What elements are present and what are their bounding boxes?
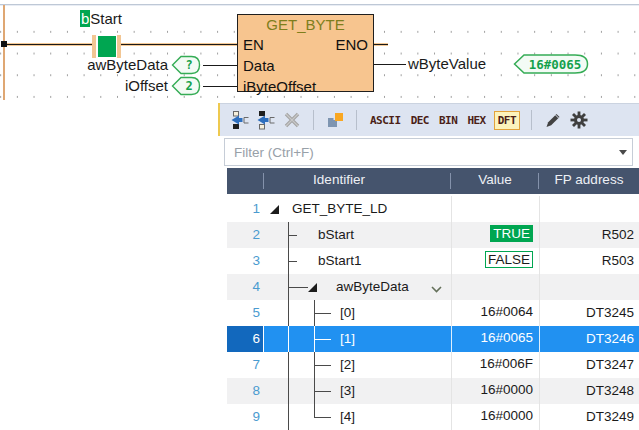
wire-data-input bbox=[203, 65, 237, 66]
monitor-value-wbytevalue: 16#0065 bbox=[529, 57, 582, 72]
value-cell: TRUE bbox=[451, 226, 533, 241]
delete-icon[interactable] bbox=[282, 110, 302, 130]
wire-eno-stub bbox=[374, 44, 388, 45]
contact-label-rest: Start bbox=[90, 10, 122, 27]
chevron-down-icon[interactable] bbox=[430, 282, 443, 297]
pin-ibyteoffset: iByteOffset bbox=[243, 78, 316, 95]
bool-true-badge: TRUE bbox=[490, 225, 533, 242]
table-row[interactable]: 7 [2] 16#006F DT3247 bbox=[227, 352, 639, 378]
expand-triangle-icon[interactable] bbox=[270, 205, 279, 214]
value-cell: 16#0064 bbox=[451, 304, 533, 319]
format-bin-button[interactable]: BIN bbox=[437, 113, 459, 128]
header-separator bbox=[263, 173, 264, 189]
contact-left-bar bbox=[92, 35, 96, 58]
watch-table: Identifier Value FP address 1 GET_BYTE_L… bbox=[227, 168, 639, 430]
row-number: 9 bbox=[227, 409, 260, 424]
wire-junction bbox=[1, 41, 7, 47]
write-icon[interactable] bbox=[543, 110, 563, 130]
table-row[interactable]: 1 GET_BYTE_LD bbox=[227, 196, 639, 222]
gridline bbox=[451, 248, 452, 274]
filter-dropdown-arrow[interactable] bbox=[619, 150, 627, 155]
identifier-cell: GET_BYTE_LD bbox=[292, 201, 387, 216]
table-row-selected[interactable]: 6 [1] 16#0065 DT3246 bbox=[227, 326, 639, 352]
insert-variable-alt-icon[interactable] bbox=[256, 110, 276, 130]
function-block-get-byte[interactable]: GET_BYTE EN ENO Data iByteOffset bbox=[237, 14, 374, 92]
row-number: 7 bbox=[227, 357, 260, 372]
tree-line bbox=[314, 365, 331, 366]
format-dft-button[interactable]: DFT bbox=[494, 111, 520, 130]
fp-address-cell: DT3249 bbox=[539, 409, 634, 424]
watch-window: ASCII DEC BIN HEX DFT bbox=[218, 103, 639, 430]
gridline bbox=[539, 196, 540, 222]
output-wbytevalue-label[interactable]: wByteValue bbox=[408, 55, 486, 72]
identifier-cell: bStart1 bbox=[318, 253, 362, 268]
gridline bbox=[539, 352, 540, 378]
value-cell: 16#0065 bbox=[451, 330, 533, 345]
table-row[interactable]: 4 awByteData bbox=[227, 274, 639, 300]
gridline bbox=[451, 274, 452, 300]
monitor-badge-wbytevalue[interactable]: 16#0065 bbox=[513, 52, 590, 76]
contact-variable-label[interactable]: bStart bbox=[80, 10, 122, 27]
tree-line bbox=[288, 352, 289, 378]
gridline bbox=[451, 352, 452, 378]
settings-gear-icon[interactable] bbox=[569, 110, 589, 130]
tree-line bbox=[314, 404, 315, 418]
gridline bbox=[451, 404, 452, 430]
wire-offset-input bbox=[203, 86, 237, 87]
expand-triangle-icon[interactable] bbox=[308, 283, 317, 292]
identifier-cell: [2] bbox=[340, 357, 355, 372]
row-number: 2 bbox=[227, 227, 260, 242]
gridline bbox=[539, 326, 540, 352]
pin-eno: ENO bbox=[335, 36, 368, 53]
monitor-badge-awbytedata[interactable]: ? bbox=[171, 54, 202, 76]
power-rail-left bbox=[3, 5, 5, 100]
format-ascii-button[interactable]: ASCII bbox=[368, 113, 403, 128]
tree-line bbox=[314, 313, 331, 314]
fp-address-cell: DT3246 bbox=[539, 331, 634, 346]
column-header-fp-address[interactable]: FP address bbox=[539, 172, 639, 187]
tree-line bbox=[288, 326, 289, 352]
gridline bbox=[451, 222, 452, 248]
row-number: 5 bbox=[227, 305, 260, 320]
row-number: 4 bbox=[227, 279, 260, 294]
gridline bbox=[451, 326, 452, 352]
identifier-cell: [3] bbox=[340, 383, 355, 398]
table-row[interactable]: 2 bStart TRUE R502 bbox=[227, 222, 639, 248]
network-top-border bbox=[0, 4, 639, 5]
identifier-cell: [4] bbox=[340, 409, 355, 424]
fp-address-cell: R503 bbox=[539, 253, 634, 268]
fp-address-cell: R502 bbox=[539, 227, 634, 242]
gridline bbox=[539, 222, 540, 248]
identifier-cell: awByteData bbox=[336, 279, 409, 294]
gridline bbox=[451, 378, 452, 404]
input-ioffset-label[interactable]: iOffset bbox=[40, 77, 168, 94]
tree-line bbox=[314, 417, 331, 418]
tree-line bbox=[288, 404, 289, 430]
gridline bbox=[539, 300, 540, 326]
tree-line bbox=[314, 391, 331, 392]
arrange-icon[interactable] bbox=[325, 110, 345, 130]
table-row[interactable]: 9 [4] 16#0000 DT3249 bbox=[227, 404, 639, 430]
input-awbytedata-label[interactable]: awByteData bbox=[40, 56, 168, 73]
toolbar-separator bbox=[356, 110, 357, 130]
table-row[interactable]: 8 [3] 16#0000 DT3248 bbox=[227, 378, 639, 404]
value-cell: 16#006F bbox=[451, 356, 533, 371]
format-dec-button[interactable]: DEC bbox=[409, 113, 431, 128]
column-header-identifier[interactable]: Identifier bbox=[227, 172, 451, 187]
table-row[interactable]: 3 bStart1 FALSE R503 bbox=[227, 248, 639, 274]
fp-address-cell: DT3245 bbox=[539, 305, 634, 320]
insert-variable-icon[interactable] bbox=[230, 110, 250, 130]
header-separator bbox=[450, 173, 451, 189]
monitor-badge-ioffset[interactable]: 2 bbox=[171, 75, 202, 97]
table-header: Identifier Value FP address bbox=[227, 168, 639, 194]
row-number: 1 bbox=[227, 201, 260, 216]
wire-contact-to-en bbox=[121, 44, 237, 45]
column-header-value[interactable]: Value bbox=[451, 172, 539, 187]
bool-false-badge: FALSE bbox=[485, 251, 533, 268]
contact-true-state[interactable] bbox=[98, 36, 116, 57]
tree-line bbox=[288, 287, 308, 288]
filter-input[interactable] bbox=[224, 138, 633, 166]
format-hex-button[interactable]: HEX bbox=[465, 113, 487, 128]
identifier-cell: [0] bbox=[340, 305, 355, 320]
table-row[interactable]: 5 [0] 16#0064 DT3245 bbox=[227, 300, 639, 326]
